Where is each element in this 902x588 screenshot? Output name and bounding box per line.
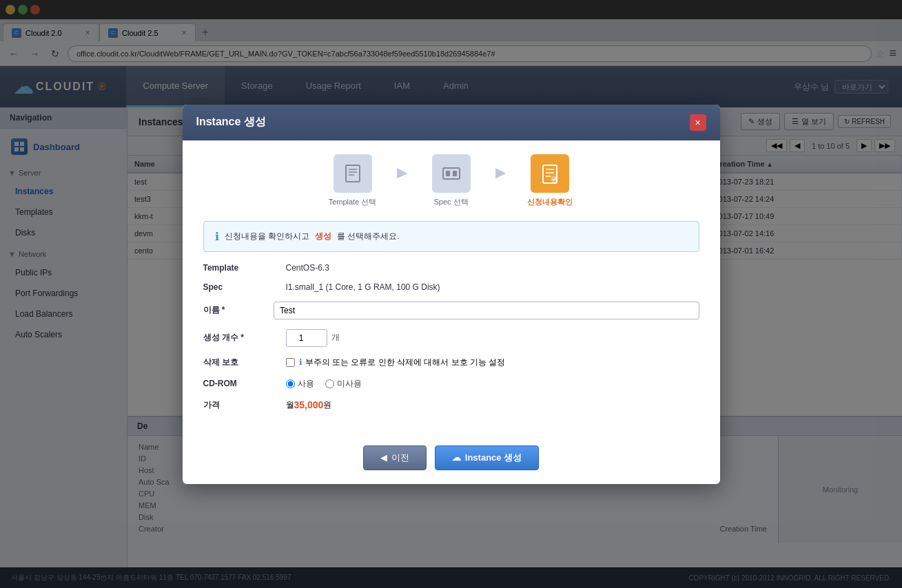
form-price-prefix: 월 xyxy=(286,399,294,411)
form-label-price: 가격 xyxy=(203,399,286,411)
info-highlight: 생성 xyxy=(315,231,331,242)
modal-title: Instance 생성 xyxy=(196,115,266,129)
form-input-count[interactable] xyxy=(286,329,327,347)
radio-input-cdrom-nouse[interactable] xyxy=(325,379,334,388)
form-label-delete-protection: 삭제 보호 xyxy=(203,357,286,368)
svg-rect-9 xyxy=(446,171,450,176)
info-message: 신청내용을 확인하시고 xyxy=(225,231,309,242)
wizard-template-label: Template 선택 xyxy=(329,197,377,207)
wizard-spec-icon xyxy=(432,154,471,193)
wizard-confirm-icon xyxy=(531,154,569,193)
form-label-spec: Spec xyxy=(203,282,286,292)
form-value-delete-protection: 부주의 또는 오류로 인한 삭제에 대해서 보호 기능 설정 xyxy=(305,357,506,368)
modal-close-button[interactable]: × xyxy=(690,114,706,131)
radio-cdrom-nouse[interactable]: 미사용 xyxy=(325,378,362,390)
form-row-count: 생성 개수 * 개 xyxy=(203,329,699,347)
wizard-steps: Template 선택 ▶ Spec 선택 ▶ xyxy=(203,154,699,207)
svg-rect-10 xyxy=(453,171,457,176)
form-row-spec: Spec I1.small_1 (1 Core, 1 G RAM, 100 G … xyxy=(203,282,699,292)
radio-input-cdrom-use[interactable] xyxy=(286,379,295,388)
create-cloud-icon: ☁ xyxy=(452,452,461,463)
form-price-suffix: 원 xyxy=(323,399,331,411)
instance-creation-modal: Instance 생성 × Template 선택 xyxy=(183,105,720,484)
form-label-count: 생성 개수 * xyxy=(203,332,286,344)
form-input-name[interactable] xyxy=(274,302,699,319)
form-row-template: Template CentOS-6.3 xyxy=(203,263,699,273)
svg-rect-8 xyxy=(443,168,460,179)
prev-arrow-icon: ◀ xyxy=(380,452,387,463)
form-row-delete-protection: 삭제 보호 ℹ 부주의 또는 오류로 인한 삭제에 대해서 보호 기능 설정 xyxy=(203,357,699,368)
modal-footer: ◀ 이전 ☁ Instance 생성 xyxy=(183,434,720,484)
form-row-price: 가격 월 35,000 원 xyxy=(203,399,699,411)
radio-cdrom-use[interactable]: 사용 xyxy=(286,378,314,390)
info-circle-icon-2: ℹ xyxy=(299,357,303,367)
modal-header: Instance 생성 × xyxy=(183,105,720,140)
modal-overlay: Instance 생성 × Template 선택 xyxy=(0,0,902,588)
wizard-step-confirm: 신청내용확인 xyxy=(509,154,591,207)
wizard-step-spec: Spec 선택 xyxy=(410,154,493,207)
prev-button[interactable]: ◀ 이전 xyxy=(363,445,427,470)
info-circle-icon: ℹ xyxy=(215,230,219,243)
create-button[interactable]: ☁ Instance 생성 xyxy=(435,445,539,470)
form-row-cdrom: CD-ROM 사용 미사용 xyxy=(203,378,699,390)
form-value-template: CentOS-6.3 xyxy=(286,263,699,273)
wizard-arrow-1: ▶ xyxy=(397,164,407,180)
wizard-arrow-2: ▶ xyxy=(495,164,506,180)
form-checkbox-delete-protection[interactable] xyxy=(286,358,295,367)
form-price-value: 35,000 xyxy=(294,399,324,410)
form-unit-count: 개 xyxy=(331,332,340,344)
form-label-cdrom: CD-ROM xyxy=(203,379,286,388)
form-value-spec: I1.small_1 (1 Core, 1 G RAM, 100 G Disk) xyxy=(286,282,699,292)
form-row-name: 이름 * xyxy=(203,302,699,319)
wizard-confirm-label: 신청내용확인 xyxy=(527,197,573,207)
svg-rect-4 xyxy=(346,165,360,182)
wizard-spec-label: Spec 선택 xyxy=(433,197,468,207)
wizard-template-icon xyxy=(334,154,372,193)
form-label-name: 이름 * xyxy=(203,304,274,316)
form-label-template: Template xyxy=(203,263,286,273)
info-box: ℹ 신청내용을 확인하시고 생성 를 선택해주세요. xyxy=(203,221,699,252)
info-suffix: 를 선택해주세요. xyxy=(337,231,400,242)
wizard-step-template: Template 선택 xyxy=(311,154,394,207)
modal-body: Template 선택 ▶ Spec 선택 ▶ xyxy=(183,140,720,434)
